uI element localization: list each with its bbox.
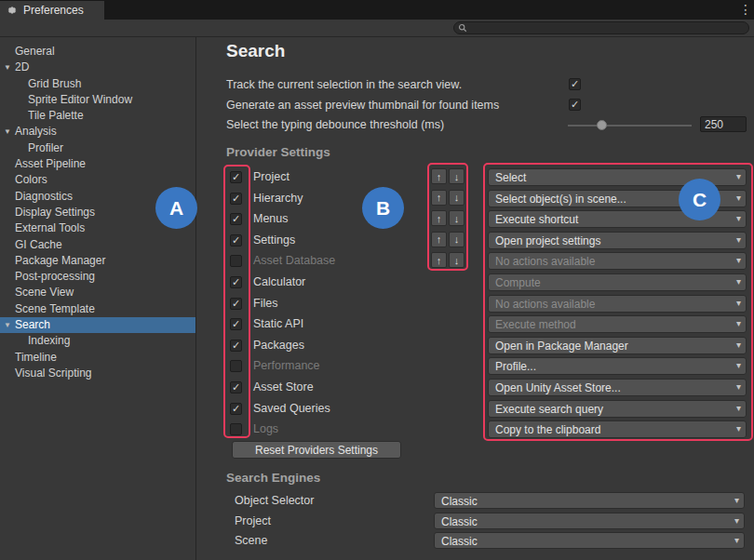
default-action-dropdown[interactable]: Select ▾ [488,168,747,186]
option-checkbox[interactable]: ✓ [569,78,581,90]
default-action-dropdown[interactable]: Open project settings ▾ [488,232,747,249]
provider-label: Menus [253,212,289,225]
engine-dropdown[interactable]: Classic ▾ [434,532,745,549]
provider-row: ✓ Settings ↑ ↓ Open project settings ▾ [0,231,754,252]
search-input[interactable] [453,21,749,34]
default-action-dropdown[interactable]: Execute method ▾ [488,315,747,333]
dropdown-value: Profile... [495,360,536,373]
engine-label: Scene [235,534,267,547]
debounce-value-field[interactable] [700,116,747,132]
dropdown-value: Classic [441,535,478,548]
titlebar: Preferences ⋮ [0,0,754,20]
provider-row: ✓ Saved Queries Execute search query ▾ [0,399,754,420]
dropdown-value: Classic [441,495,478,508]
provider-row: ✓ Logs Copy to the clipboard ▾ [0,420,754,441]
dropdown-value: Select [495,171,526,184]
sidebar-item[interactable]: ▼ Analysis [0,124,195,140]
provider-checkbox[interactable]: ✓ [230,213,242,225]
default-action-dropdown[interactable]: Open Unity Asset Store... ▾ [488,379,747,396]
kebab-menu-icon[interactable]: ⋮ [739,2,750,17]
default-action-dropdown[interactable]: Open in Package Manager ▾ [488,337,747,354]
option-checkbox[interactable]: ✓ [569,99,581,111]
reorder-buttons: ↑ ↓ [431,252,465,268]
default-action-dropdown[interactable]: Execute shortcut ▾ [488,210,747,228]
reset-providers-button[interactable]: Reset Providers Settings [232,441,401,459]
provider-checkbox[interactable]: ✓ [230,298,242,310]
sidebar-item-label: 2D [15,60,29,73]
provider-row: ✓ Project ↑ ↓ Select ▾ [0,167,754,189]
default-action-dropdown[interactable]: Execute search query ▾ [488,400,747,418]
preferences-gear-icon [7,5,18,16]
dropdown-value: Execute method [495,318,576,331]
chevron-down-icon: ▾ [736,171,741,181]
provider-checkbox[interactable]: ✓ [230,234,242,247]
provider-checkbox[interactable]: ✓ [230,360,242,372]
sidebar-item[interactable]: ▼ General [0,44,195,60]
sidebar-item[interactable]: ▼ 2D [0,60,195,75]
dropdown-value: Classic [441,515,478,528]
provider-checkbox[interactable]: ✓ [230,318,242,330]
preferences-window: Preferences ⋮ ▼ General ▼ 2D ▼ Grid Brus… [0,0,754,560]
debounce-label: Select the typing debounce threshold (ms… [226,118,444,131]
dropdown-value: No actions available [495,298,595,311]
foldout-icon[interactable]: ▼ [4,60,11,75]
default-action-dropdown[interactable]: Copy to the clipboard ▾ [488,420,747,438]
default-action-dropdown[interactable]: No actions available ▾ [488,295,747,313]
provider-row: ✓ Hierarchy ↑ ↓ Select object(s) in scen… [0,189,754,210]
engine-dropdown[interactable]: Classic ▾ [434,513,745,529]
provider-label: Calculator [253,275,305,288]
sidebar-item-label: Profiler [28,141,63,154]
move-up-button[interactable]: ↑ [431,168,447,184]
reorder-buttons: ↑ ↓ [431,210,465,226]
search-engine-row: Scene Classic ▾ [0,532,754,551]
provider-checkbox[interactable]: ✓ [230,171,242,183]
check-icon: ✓ [570,79,580,89]
move-up-button[interactable]: ↑ [431,232,447,247]
option-row: Track the current selection in the searc… [0,78,754,97]
chevron-down-icon: ▾ [736,403,741,413]
default-action-dropdown[interactable]: Compute ▾ [488,273,747,291]
default-action-dropdown[interactable]: No actions available ▾ [488,252,747,270]
move-up-button[interactable]: ↑ [431,252,447,268]
foldout-icon[interactable]: ▼ [4,124,11,140]
chevron-down-icon: ▾ [736,276,741,287]
move-down-button[interactable]: ↓ [449,232,465,247]
chevron-down-icon: ▾ [734,495,739,505]
default-action-dropdown[interactable]: Profile... ▾ [488,357,747,375]
default-action-dropdown[interactable]: Select object(s) in scene... ▾ [488,190,747,207]
check-icon: ✓ [231,277,241,287]
dropdown-value: Copy to the clipboard [495,423,600,436]
provider-checkbox[interactable]: ✓ [230,276,242,288]
reorder-buttons: ↑ ↓ [431,232,465,247]
page-title: Search [226,41,285,61]
provider-label: Settings [253,233,295,247]
debounce-slider-handle[interactable] [597,120,607,130]
provider-checkbox[interactable]: ✓ [230,381,242,393]
provider-checkbox[interactable]: ✓ [230,255,242,267]
provider-checkbox[interactable]: ✓ [230,403,242,415]
check-icon: ✓ [570,100,580,110]
move-down-button[interactable]: ↓ [449,168,465,184]
check-icon: ✓ [231,214,241,224]
preferences-tab[interactable]: Preferences [0,1,104,20]
move-up-button[interactable]: ↑ [431,190,447,206]
provider-label: Hierarchy [253,192,303,205]
provider-row: ✓ Files No actions available ▾ [0,294,754,315]
move-up-button[interactable]: ↑ [431,210,447,226]
engine-label: Object Selector [235,494,314,507]
sidebar-item[interactable]: ▼ Profiler [0,140,195,156]
debounce-slider-track[interactable] [568,125,692,127]
dropdown-value: Select object(s) in scene... [495,193,626,206]
provider-checkbox[interactable]: ✓ [230,193,242,205]
dropdown-value: Compute [495,276,541,289]
move-down-button[interactable]: ↓ [449,190,465,206]
option-label: Track the current selection in the searc… [226,78,462,91]
check-icon: ✓ [231,319,241,329]
move-down-button[interactable]: ↓ [449,210,465,226]
search-engine-row: Project Classic ▾ [0,513,754,531]
provider-checkbox[interactable]: ✓ [230,423,242,435]
move-down-button[interactable]: ↓ [449,252,465,268]
provider-checkbox[interactable]: ✓ [230,340,242,352]
chevron-down-icon: ▾ [734,515,739,526]
engine-dropdown[interactable]: Classic ▾ [434,492,745,509]
